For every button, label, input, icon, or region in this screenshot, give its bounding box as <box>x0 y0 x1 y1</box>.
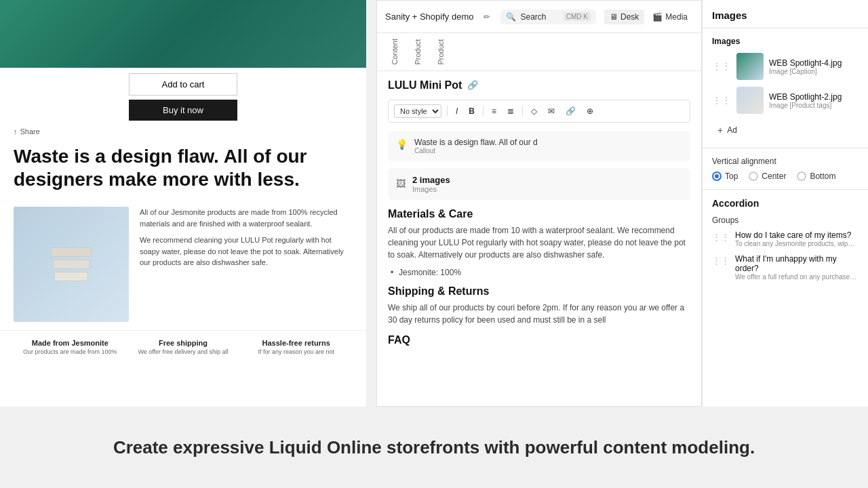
add-to-cart-button[interactable]: Add to cart <box>129 73 237 96</box>
bullet-jesmonite: Jesmonite: 100% <box>388 268 690 277</box>
link-icon[interactable]: 🔗 <box>467 80 478 90</box>
section-body-materials: All of our products are made from 10 wit… <box>388 224 690 261</box>
accordion-item-title-1: How do I take care of my items? <box>735 230 857 240</box>
share-link[interactable]: ↑ Share <box>0 126 366 137</box>
image-thumbnail-2 <box>736 87 764 114</box>
images-icon: 🖼 <box>396 178 406 189</box>
va-option-bottom[interactable]: Bottom <box>797 171 835 181</box>
accordion-item-2: ⋮⋮ What if I'm unhappy with my order? We… <box>712 254 859 281</box>
va-label-bottom: Bottom <box>810 171 835 181</box>
callout-icon: 💡 <box>396 139 408 150</box>
image-name-1: WEB Spotlight-4.jpg <box>769 58 842 68</box>
accordion-item-preview-2: We offer a full refund on any purchase w… <box>735 273 857 281</box>
add-icon: + <box>717 125 723 136</box>
edit-icon[interactable]: ✏ <box>481 12 492 22</box>
email-button[interactable]: ✉ <box>545 105 557 117</box>
drag-handle-2[interactable]: ⋮⋮ <box>712 95 731 106</box>
toolbar-divider-1 <box>447 106 448 117</box>
bottom-feature-returns: Hassle-free returns If for any reason yo… <box>239 339 353 355</box>
image-tag-1: Image [Caption] <box>769 68 842 75</box>
share-icon: ↑ <box>14 127 18 136</box>
image-thumbnail-1 <box>736 53 764 80</box>
section-body-shipping: We ship all of our products by couri bef… <box>388 302 690 326</box>
editor-page-title: LULU Mini Pot 🔗 <box>388 79 690 92</box>
embed-button[interactable]: ⊕ <box>584 105 596 117</box>
toolbar-divider-3 <box>522 106 523 117</box>
feature-text: All of our Jesmonite products are made f… <box>140 207 353 322</box>
image-info-2: WEB Spotlight-2.jpg Image [Product tags] <box>769 92 842 109</box>
accordion-item-1: ⋮⋮ How do I take care of my items? To cl… <box>712 230 859 247</box>
add-label: Ad <box>727 125 737 135</box>
image-info-1: WEB Spotlight-4.jpg Image [Caption] <box>769 58 842 75</box>
section-title-shipping: Shipping & Returns <box>388 285 690 298</box>
preview-headline: Waste is a design flaw. All of our desig… <box>0 137 366 199</box>
preview-features-section: All of our Jesmonite products are made f… <box>0 199 366 330</box>
va-radio-bottom <box>797 171 806 181</box>
va-option-center[interactable]: Center <box>749 171 786 181</box>
accordion-item-preview-1: To clean any Jesmonite products, wipe do <box>735 240 857 247</box>
share-label: Share <box>20 127 40 136</box>
product-actions: Add to cart Buy it now <box>0 68 366 126</box>
preview-product-image <box>0 0 366 68</box>
accordion-item-content-2: What if I'm unhappy with my order? We of… <box>735 254 859 281</box>
accordion-title: Accordion <box>712 198 859 209</box>
toolbar-divider-2 <box>483 106 484 117</box>
bottom-feature-jesmonite: Made from Jesmonite Our products are mad… <box>14 339 127 355</box>
callout-content: Waste is a design flaw. All of our d Cal… <box>414 138 538 155</box>
accordion-section: Accordion Groups ⋮⋮ How do I take care o… <box>703 190 868 296</box>
va-label-center: Center <box>762 171 786 181</box>
bullet-list-button[interactable]: ≡ <box>489 105 499 117</box>
image-name-2: WEB Spotlight-2.jpg <box>769 92 842 102</box>
image-item-1: ⋮⋮ WEB Spotlight-4.jpg Image [Caption] <box>712 53 859 80</box>
tab-product-2[interactable]: Product <box>429 33 452 70</box>
editor-toolbar: No style I B ≡ ≣ ◇ ✉ 🔗 ⊕ <box>388 100 690 123</box>
bottom-feature-shipping: Free shipping We offer free delivery and… <box>127 339 240 355</box>
desk-icon: 🖥 <box>610 12 618 22</box>
callout-block: 💡 Waste is a design flaw. All of our d C… <box>388 131 690 161</box>
numbered-list-button[interactable]: ≣ <box>505 105 517 117</box>
va-options: Top Center Bottom <box>712 171 859 181</box>
bold-button[interactable]: B <box>466 105 477 117</box>
style-select[interactable]: No style <box>394 104 441 118</box>
drag-handle-1[interactable]: ⋮⋮ <box>712 61 731 72</box>
editor-main: LULU Mini Pot 🔗 No style I B ≡ ≣ ◇ ✉ 🔗 ⊕ <box>377 71 701 406</box>
images-block[interactable]: 🖼 2 images Images <box>388 168 690 200</box>
tab-product-1[interactable]: Product <box>406 33 429 70</box>
buy-it-now-button[interactable]: Buy it now <box>129 100 237 121</box>
page-title-text: LULU Mini Pot <box>388 79 462 92</box>
tab-desk[interactable]: 🖥 Desk <box>604 9 644 24</box>
italic-button[interactable]: I <box>453 105 460 117</box>
section-title-materials: Materials & Care <box>388 208 690 220</box>
search-input[interactable]: Search <box>520 12 559 22</box>
bottom-tagline-section: Create expressive Liquid Online storefro… <box>0 407 868 488</box>
editor-topbar: Sanity + Shopify demo ✏ 🔍 Search CMD K 🖥… <box>377 1 701 33</box>
site-name: Sanity + Shopify demo <box>385 12 473 22</box>
va-radio-center <box>749 171 758 181</box>
search-icon: 🔍 <box>506 12 516 22</box>
callout-text: Waste is a design flaw. All of our d <box>414 138 538 147</box>
right-panel: Images Images ⋮⋮ WEB Spotlight-4.jpg Ima… <box>702 0 868 407</box>
va-radio-top <box>712 171 722 181</box>
callout-label: Callout <box>414 147 538 155</box>
view-tabs: 🖥 Desk 🎬 Media <box>604 9 693 24</box>
link-button[interactable]: 🔗 <box>563 105 578 117</box>
add-image-button[interactable]: + Ad <box>712 121 859 140</box>
section-title-faq: FAQ <box>388 334 690 346</box>
va-option-top[interactable]: Top <box>712 171 738 181</box>
tagline-text: Create expressive Liquid Online storefro… <box>113 437 755 458</box>
va-label-top: Top <box>725 171 738 181</box>
preview-panel: Add to cart Buy it now ↑ Share Waste is … <box>0 0 366 407</box>
tab-media[interactable]: 🎬 Media <box>647 9 693 24</box>
accordion-drag-2[interactable]: ⋮⋮ <box>712 256 730 266</box>
images-section-title: Images <box>712 37 859 46</box>
search-bar[interactable]: 🔍 Search CMD K <box>500 9 596 24</box>
preview-bottom-features: Made from Jesmonite Our products are mad… <box>0 330 366 363</box>
images-label: Images <box>412 185 450 193</box>
image-item-2: ⋮⋮ WEB Spotlight-2.jpg Image [Product ta… <box>712 87 859 114</box>
tab-content[interactable]: Content <box>382 33 406 70</box>
va-title: Vertical alignment <box>712 157 859 166</box>
callout-button[interactable]: ◇ <box>528 105 540 117</box>
accordion-drag-1[interactable]: ⋮⋮ <box>712 232 730 242</box>
vertical-alignment-section: Vertical alignment Top Center Bottom <box>703 148 868 190</box>
feature-image <box>14 207 129 322</box>
